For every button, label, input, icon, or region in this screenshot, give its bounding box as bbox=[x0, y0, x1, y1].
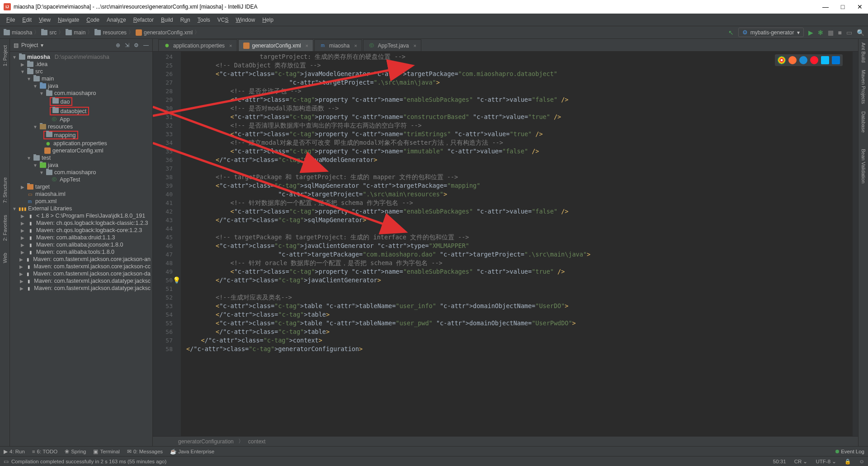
gutter-tab-database[interactable]: Database bbox=[860, 108, 867, 136]
back-icon[interactable]: ↖ bbox=[728, 29, 734, 36]
tree-lib[interactable]: ▶▮Maven: com.alibaba:druid:1.1.3 bbox=[10, 234, 152, 241]
tree-lib[interactable]: ▶▮Maven: com.fasterxml.jackson.datatype:… bbox=[10, 277, 152, 285]
chevron-down-icon[interactable]: ▾ bbox=[41, 42, 43, 48]
tree-item[interactable]: ⓒApp bbox=[10, 116, 152, 123]
maximize-button[interactable]: □ bbox=[838, 3, 847, 10]
tree-item[interactable]: ⬢application.properties bbox=[10, 140, 152, 147]
tree-item[interactable]: ▼resources bbox=[10, 123, 152, 130]
run-config-select[interactable]: ⚙ mybatis-generator ▾ bbox=[738, 28, 804, 37]
tree-item[interactable]: ▭miaosha.iml bbox=[10, 190, 152, 198]
debug-button[interactable]: ❃ bbox=[818, 29, 823, 36]
tree-lib[interactable]: ▶▮Maven: ch.qos.logback:logback-core:1.2… bbox=[10, 227, 152, 234]
bottom-tab-messages[interactable]: ✉ 0: Messages bbox=[127, 448, 163, 455]
gutter-tab-maven[interactable]: Maven Projects bbox=[860, 66, 867, 108]
tab[interactable]: mmiaosha× bbox=[314, 39, 362, 51]
tab[interactable]: generatorConfig.xml× bbox=[238, 39, 314, 51]
encoding[interactable]: UTF-8 ⌄ bbox=[816, 458, 836, 465]
chrome-icon[interactable] bbox=[778, 56, 786, 64]
editor-body[interactable]: 2425262728293031323334353637383940414243… bbox=[153, 52, 858, 436]
tree-root[interactable]: ▼miaoshaD:\space\me\miaosha bbox=[10, 53, 152, 61]
lock-icon[interactable]: 🔒 bbox=[844, 458, 851, 465]
tree-lib[interactable]: ▶▮Maven: com.alibaba:jconsole:1.8.0 bbox=[10, 241, 152, 248]
gutter-tab-favorites[interactable]: 2: Favorites bbox=[1, 211, 9, 244]
gutter-tab-structure[interactable]: 7: Structure bbox=[1, 174, 9, 207]
tree-item[interactable]: ▶.idea bbox=[10, 61, 152, 68]
close-icon[interactable]: × bbox=[354, 43, 357, 48]
line-separator[interactable]: CR ⌄ bbox=[794, 458, 808, 465]
tree-item-external[interactable]: ▼▮▮▮External Libraries bbox=[10, 205, 152, 212]
menu-edit[interactable]: Edit bbox=[19, 16, 34, 24]
menu-tools[interactable]: Tools bbox=[195, 16, 213, 24]
marker-strip[interactable] bbox=[853, 52, 858, 436]
tree-item-dao[interactable]: dao bbox=[10, 97, 152, 106]
menu-refactor[interactable]: Refactor bbox=[131, 16, 156, 24]
tree-item[interactable]: ▼src bbox=[10, 68, 152, 75]
tree-item[interactable]: ▼java bbox=[10, 82, 152, 90]
tree-lib[interactable]: ▶▮< 1.8 > C:\Program Files\Java\jdk1.8.0… bbox=[10, 212, 152, 219]
tree-lib[interactable]: ▶▮Maven: com.fasterxml.jackson.core:jack… bbox=[10, 256, 152, 263]
tree-item[interactable]: mpom.xml bbox=[10, 198, 152, 205]
bottom-tab-spring[interactable]: ❀ Spring bbox=[65, 448, 86, 455]
tree-lib[interactable]: ▶▮Maven: ch.qos.logback:logback-classic:… bbox=[10, 219, 152, 227]
tree-item[interactable]: ▼java bbox=[10, 162, 152, 169]
breadcrumb-item[interactable]: src bbox=[41, 29, 57, 36]
event-log-button[interactable]: Event Log bbox=[835, 449, 864, 454]
tab[interactable]: ⬢application.properties× bbox=[158, 39, 237, 51]
project-view-label[interactable]: Project bbox=[21, 42, 38, 48]
tab[interactable]: ⓒAppTest.java× bbox=[363, 39, 421, 51]
menu-code[interactable]: Code bbox=[84, 16, 102, 24]
close-icon[interactable]: × bbox=[229, 43, 232, 48]
breadcrumb-item[interactable]: resources bbox=[94, 29, 127, 36]
opera-icon[interactable] bbox=[810, 56, 818, 64]
hector-icon[interactable]: ☺ bbox=[859, 459, 864, 464]
menu-navigate[interactable]: Navigate bbox=[55, 16, 82, 24]
project-structure-button[interactable]: ▭ bbox=[846, 29, 852, 36]
tree-item[interactable]: ▼com.miaoshapro bbox=[10, 169, 152, 176]
gutter-tab-web[interactable]: Web bbox=[1, 249, 9, 266]
menu-window[interactable]: Window bbox=[233, 16, 258, 24]
menu-help[interactable]: Help bbox=[259, 16, 276, 24]
gutter-tab-ant[interactable]: Ant Build bbox=[860, 39, 867, 66]
hide-icon[interactable]: — bbox=[143, 42, 149, 48]
bottom-tab-todo[interactable]: ≡ 6: TODO bbox=[32, 449, 57, 454]
coverage-button[interactable]: ▦ bbox=[828, 29, 834, 36]
tree-item[interactable]: ⓒAppTest bbox=[10, 176, 152, 183]
bottom-tab-java-ee[interactable]: ☕ Java Enterprise bbox=[170, 448, 214, 455]
breadcrumb-seg[interactable]: context bbox=[248, 438, 266, 445]
bottom-tab-terminal[interactable]: ▣ Terminal bbox=[93, 448, 119, 455]
tree-lib[interactable]: ▶▮Maven: com.alibaba:tools:1.8.0 bbox=[10, 248, 152, 256]
tree-item[interactable]: generatorConfig.xml bbox=[10, 147, 152, 154]
run-button[interactable]: ▶ bbox=[808, 29, 813, 36]
edge-icon[interactable] bbox=[832, 56, 840, 64]
project-tree[interactable]: ▼miaoshaD:\space\me\miaosha ▶.idea ▼src … bbox=[10, 52, 152, 446]
tree-item[interactable]: ▼main bbox=[10, 75, 152, 82]
breadcrumb-item[interactable]: generatorConfig.xml bbox=[136, 29, 193, 36]
menu-view[interactable]: View bbox=[36, 16, 53, 24]
menu-analyze[interactable]: Analyze bbox=[104, 16, 129, 24]
tree-lib[interactable]: ▶▮Maven: com.fasterxml.jackson.datatype:… bbox=[10, 285, 152, 292]
collapse-all-icon[interactable]: ⇲ bbox=[125, 42, 129, 48]
menu-file[interactable]: File bbox=[4, 16, 18, 24]
menu-run[interactable]: Run bbox=[178, 16, 193, 24]
breadcrumb-seg[interactable]: generatorConfiguration bbox=[178, 438, 234, 445]
close-icon[interactable]: × bbox=[306, 43, 308, 48]
close-icon[interactable]: × bbox=[414, 43, 416, 48]
tree-item-mapping[interactable]: mapping bbox=[10, 130, 152, 140]
settings-icon[interactable]: ⚙ bbox=[134, 42, 139, 48]
breadcrumb-item[interactable]: miaosha bbox=[4, 29, 32, 36]
close-button[interactable]: ✕ bbox=[855, 3, 864, 10]
tree-lib[interactable]: ▶▮Maven: com.fasterxml.jackson.core:jack… bbox=[10, 270, 152, 277]
tree-item[interactable]: ▼com.miaoshapro bbox=[10, 90, 152, 97]
ie-icon[interactable] bbox=[821, 56, 829, 64]
tree-lib[interactable]: ▶▮Maven: com.fasterxml.jackson.core:jack… bbox=[10, 263, 152, 270]
gutter-tab-bean[interactable]: Bean Validation bbox=[860, 145, 867, 187]
code-content[interactable]: targetProject: 生成的类存所在的硬盘位置 --> <!-- Dat… bbox=[181, 52, 858, 436]
gutter-tab-project[interactable]: 1: Project bbox=[1, 42, 9, 70]
minimize-button[interactable]: — bbox=[821, 3, 830, 10]
menu-vcs[interactable]: VCS bbox=[215, 16, 231, 24]
firefox-icon[interactable] bbox=[788, 56, 797, 64]
status-icon[interactable]: ▭ bbox=[4, 458, 9, 465]
safari-icon[interactable] bbox=[799, 56, 807, 64]
breadcrumb-item[interactable]: main bbox=[66, 29, 85, 36]
stop-button[interactable]: ■ bbox=[838, 29, 842, 36]
